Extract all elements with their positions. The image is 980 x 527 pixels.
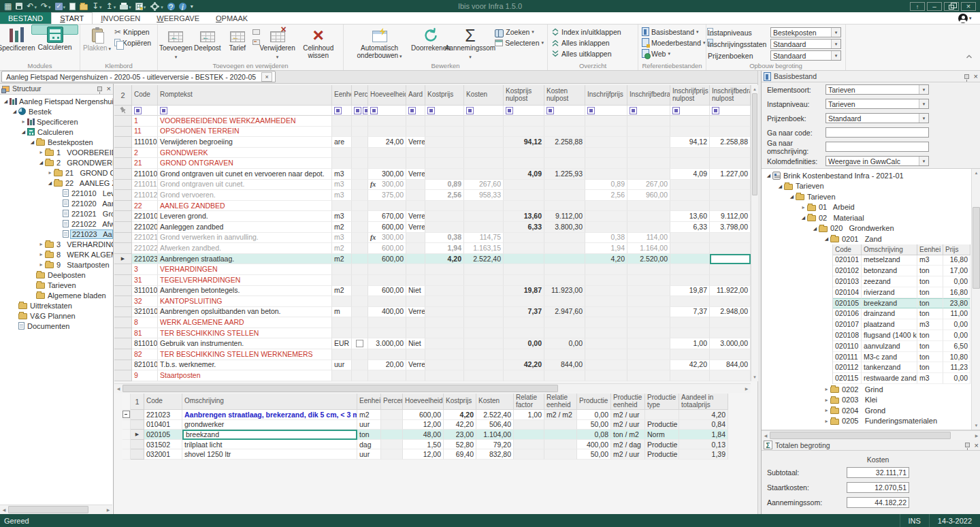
ga-naar-omschrijving--input[interactable]	[826, 142, 929, 152]
cell-hoeveelheid[interactable]: 12,00	[403, 449, 444, 460]
row-header[interactable]	[114, 169, 132, 180]
cell-kp[interactable]	[425, 169, 464, 180]
cell-aard[interactable]	[406, 190, 425, 201]
cell-code[interactable]: 211010	[132, 169, 158, 180]
cell-k[interactable]	[464, 296, 504, 307]
tree-item[interactable]: ◢Aanleg Fietspad Nergenshuizen	[0, 96, 113, 106]
filter-icon[interactable]	[546, 107, 554, 114]
cell-rf[interactable]	[514, 449, 544, 460]
tree-item[interactable]: ◢Brink Kostenbestand Infra - 2021-01	[762, 170, 972, 181]
cell-ib[interactable]	[627, 222, 670, 233]
collapsed-icon[interactable]: ▸	[823, 397, 830, 403]
table-row[interactable]: 211012Grond vervoeren.m3375,002,56958,33…	[114, 190, 751, 201]
tree-item[interactable]: ◢Tarieven	[762, 181, 972, 192]
cell-code[interactable]: 3	[132, 264, 158, 275]
filter-icon[interactable]	[466, 107, 474, 114]
tree-item[interactable]: ▸21 GROND ONTGRAVEN	[0, 167, 113, 178]
cell-code[interactable]: 020112	[833, 362, 862, 373]
cell-ipn[interactable]	[670, 264, 710, 275]
cell-eenheid[interactable]: uur	[357, 449, 381, 460]
table-row[interactable]: 1VOORBEREIDENDE WERKZAAMHEDEN	[114, 116, 751, 127]
cell-prijs[interactable]: 0,00	[943, 319, 970, 330]
table-row[interactable]: 22AANLEG ZANDBED	[114, 201, 751, 212]
cell-k[interactable]	[464, 211, 504, 222]
cell-ip[interactable]	[585, 201, 627, 212]
cell-k[interactable]	[464, 349, 504, 360]
cell-kn[interactable]: 1.225,93	[544, 169, 585, 180]
ribbon-options-button[interactable]	[910, 2, 925, 11]
row-header[interactable]: ▶	[114, 254, 132, 265]
aannemingssom-button[interactable]: Aannemingssom ▾	[448, 25, 493, 61]
cell-aard[interactable]: Niet	[406, 286, 425, 297]
cell-eenheid[interactable]: m2	[332, 254, 352, 265]
cell-ipn[interactable]	[670, 233, 710, 244]
deelpost-button[interactable]: Deelpost	[193, 25, 223, 61]
cell-perc[interactable]	[352, 286, 368, 297]
collapsed-icon[interactable]: ▸	[38, 251, 44, 257]
cell-hoeveelheid[interactable]	[368, 127, 406, 138]
pin-icon[interactable]	[97, 86, 102, 91]
cell-eenhei[interactable]: m3	[917, 319, 943, 330]
filter-cell-k[interactable]	[464, 106, 504, 116]
cell-eenheid[interactable]	[332, 370, 352, 381]
cell-k[interactable]	[464, 370, 504, 381]
cell-aard[interactable]	[406, 370, 425, 381]
selecteren-button[interactable]: Selecteren▾	[493, 37, 546, 48]
table-row[interactable]: ▶221023Aanbrengen straatlaag.m2600,004,2…	[114, 254, 751, 265]
cell-code[interactable]: 2	[132, 148, 158, 159]
qa-help-button[interactable]	[166, 1, 176, 12]
cell-kpn[interactable]	[504, 233, 544, 244]
cell-code[interactable]: 111010	[132, 137, 158, 148]
cell-code[interactable]: 221020	[132, 222, 158, 233]
cell-ptype[interactable]: Productie	[645, 420, 679, 430]
tree-item[interactable]: ◢Bestekposten	[0, 137, 113, 147]
cell-hoeveelheid[interactable]	[368, 264, 406, 275]
restore-button[interactable]	[944, 2, 959, 11]
cell-eenhei[interactable]: ton	[917, 330, 943, 341]
cell-k[interactable]	[464, 275, 504, 286]
row-header[interactable]	[114, 360, 132, 371]
qa-info-button[interactable]	[178, 1, 188, 12]
cell-code[interactable]: 211012	[132, 190, 158, 201]
cell-kp[interactable]: 2,56	[425, 190, 464, 201]
column-header-aard[interactable]: Aard	[406, 85, 425, 106]
cell-kosten[interactable]: 506,40	[476, 420, 514, 430]
column-header-kpn[interactable]: Kostprijs nulpost	[504, 85, 544, 106]
cell-omschrijving[interactable]: flugsand (1400 kg/m	[862, 330, 917, 341]
verwijderen-button[interactable]: Verwijderen ▾	[260, 25, 295, 61]
cell-prijs[interactable]: 11,00	[943, 308, 970, 319]
cell-kn[interactable]	[544, 328, 585, 339]
cell-code[interactable]: 020102	[833, 266, 862, 276]
cell-kp[interactable]	[425, 211, 464, 222]
cell-rf[interactable]	[514, 420, 544, 430]
cell-k[interactable]	[464, 169, 504, 180]
web-button[interactable]: Web▾	[640, 48, 707, 59]
cell-aard[interactable]	[406, 317, 425, 328]
cell-aandeel[interactable]: 4,20	[679, 410, 728, 420]
cell-hoeveelheid[interactable]: 12,00	[403, 420, 444, 430]
tree-item[interactable]: ◢2 GRONDWERK	[0, 157, 113, 167]
cell-kpn[interactable]: 0,00	[504, 338, 544, 349]
cell-kpn[interactable]	[504, 116, 544, 127]
cell-ip[interactable]	[585, 360, 627, 371]
table-row[interactable]: 821010T.b.s. werknemer.uur20,00Verre42,2…	[114, 360, 751, 371]
cell-ibn[interactable]	[710, 127, 751, 138]
tree-item[interactable]: Tarieven	[0, 280, 113, 290]
cell-text[interactable]: Staartposten	[158, 370, 332, 381]
doorrekenen-button[interactable]: Doorrekenen	[414, 25, 447, 61]
row-header[interactable]	[114, 338, 132, 349]
cell-ipn[interactable]	[670, 254, 710, 265]
cell-ib[interactable]	[627, 137, 670, 148]
cell-eenheid[interactable]	[332, 201, 352, 212]
cell-k[interactable]	[464, 127, 504, 138]
cell-ipn[interactable]: 19,87	[670, 286, 710, 297]
cell-aard[interactable]	[406, 233, 425, 244]
cell-ipn[interactable]	[670, 190, 710, 201]
table-row[interactable]: 221023Aanbrengen straatlaag, brekerzand,…	[122, 410, 728, 420]
collapsed-icon[interactable]: ▸	[20, 118, 27, 125]
table-row[interactable]: 21GROND ONTGRAVEN	[114, 158, 751, 169]
cell-ibn[interactable]: 3.798,00	[710, 222, 751, 233]
column-header-omschrijving[interactable]: Omschrijving	[862, 244, 917, 255]
celinhoud-wissen-button[interactable]: Celinhoud wissen	[295, 25, 342, 61]
tree-item[interactable]: ◢0201 Zand	[762, 234, 972, 244]
